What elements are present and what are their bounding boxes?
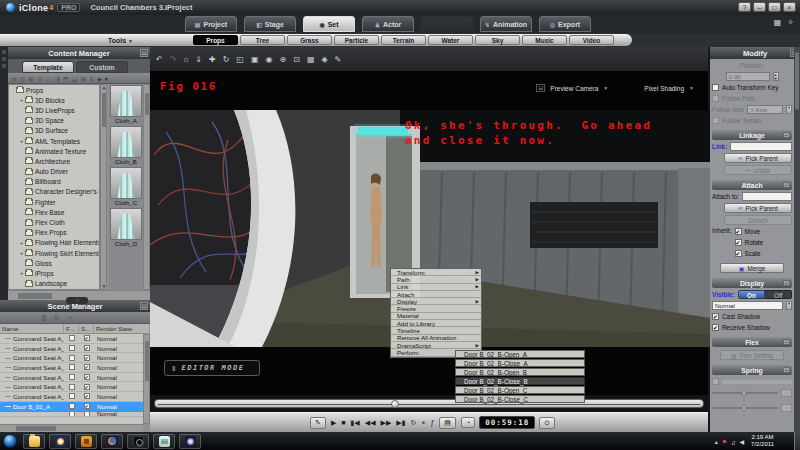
- brush-icon[interactable]: ✎: [335, 55, 342, 64]
- filter-icon[interactable]: ▤: [11, 75, 17, 82]
- tree-item[interactable]: 3D Surface: [9, 126, 99, 136]
- expand-icon[interactable]: +: [18, 270, 25, 276]
- taskbar-explorer[interactable]: [23, 434, 45, 449]
- thumbnail-cloth-d[interactable]: Cloth_D: [109, 208, 143, 248]
- refresh-icon[interactable]: ▣: [80, 75, 86, 82]
- merge-button[interactable]: ▣ Merge: [720, 263, 784, 273]
- view-icon[interactable]: ◫: [46, 75, 52, 82]
- subtab-sky[interactable]: Sky: [475, 35, 520, 45]
- tree-item[interactable]: Auto Driver: [9, 167, 99, 177]
- show-checkbox[interactable]: ✔: [84, 393, 90, 399]
- tab-project[interactable]: ▤ Project: [185, 16, 237, 32]
- auto-transform-checkbox[interactable]: [712, 84, 719, 91]
- group-icon[interactable]: ≡: [68, 314, 72, 321]
- down-icon[interactable]: ⬓: [72, 75, 78, 82]
- tree-item-props[interactable]: Props: [9, 85, 99, 95]
- thumbnail-cloth-c[interactable]: Cloth_C: [109, 167, 143, 207]
- subtab-props[interactable]: Props: [193, 35, 238, 45]
- show-checkbox[interactable]: ✔: [84, 335, 90, 341]
- sort-order-icon[interactable]: ⇅: [54, 314, 60, 322]
- editor-mode-button[interactable]: ‖ EDITOR MODE: [164, 360, 260, 376]
- tab-ghost[interactable]: [421, 16, 473, 32]
- tree-item[interactable]: + iProps: [9, 268, 99, 278]
- tree-item[interactable]: + AML Templates: [9, 136, 99, 146]
- restore-button[interactable]: □: [768, 2, 781, 12]
- import-icon[interactable]: ⇩: [89, 75, 94, 82]
- submenu-item-highlighted[interactable]: Door B_02_B-Close_B: [455, 377, 585, 385]
- collapse-panel-icon[interactable]: ⊡: [140, 302, 148, 310]
- asset-thumbnail[interactable]: [110, 167, 142, 199]
- attach-to-input[interactable]: [742, 192, 792, 201]
- freeze-checkbox[interactable]: [69, 384, 75, 390]
- subtab-water[interactable]: Water: [428, 35, 473, 45]
- viewport-3d-scene[interactable]: Ok, she's through. Go aheadand close it …: [150, 110, 710, 347]
- taskbar-clock[interactable]: 2:19 AM 7/2/2011: [751, 434, 774, 448]
- move-icon[interactable]: ✚: [209, 55, 216, 64]
- grid-icon[interactable]: ▦: [28, 75, 34, 82]
- freeze-checkbox[interactable]: [69, 345, 75, 351]
- close-button[interactable]: ×: [783, 2, 796, 12]
- timeline-slider[interactable]: [154, 399, 704, 408]
- attach-section-header[interactable]: Attach−: [712, 180, 792, 190]
- linkage-section-header[interactable]: Linkage−: [712, 130, 792, 140]
- start-button[interactable]: [3, 434, 17, 448]
- tab-animation[interactable]: ↯ Animation: [480, 16, 532, 32]
- taskbar-image-app[interactable]: [75, 434, 97, 449]
- thumbnail-cloth-b[interactable]: Cloth_B: [109, 126, 143, 166]
- frame-all-icon[interactable]: ▦: [307, 55, 315, 64]
- thumbnail-cloth-a[interactable]: Cloth_A: [109, 85, 143, 125]
- submenu-item[interactable]: Door B_02_B-Close_C: [455, 395, 585, 403]
- curve-button[interactable]: ƒ: [430, 419, 434, 426]
- scene-row[interactable]: Command Seat A_... ✔ Normal: [0, 392, 143, 402]
- save-button[interactable]: ▤: [439, 417, 456, 429]
- subtab-music[interactable]: Music: [522, 35, 567, 45]
- redo-icon[interactable]: ↷: [170, 55, 177, 64]
- expand-icon[interactable]: +: [18, 250, 25, 256]
- subtab-particle[interactable]: Particle: [334, 35, 379, 45]
- expand-icon[interactable]: +: [18, 240, 25, 246]
- scene-row[interactable]: Command Seat A_... ✔ Normal: [0, 334, 143, 344]
- camera-orbit-icon[interactable]: ◉: [265, 55, 272, 64]
- expand-icon[interactable]: +: [18, 138, 25, 144]
- tree-item[interactable]: 3D LiveProps: [9, 105, 99, 115]
- freeze-checkbox[interactable]: [69, 364, 75, 370]
- stop-button[interactable]: ■: [341, 419, 345, 426]
- tree-item[interactable]: + Flowing Hair Elements Vo: [9, 238, 99, 248]
- visible-on-button[interactable]: On: [738, 290, 766, 299]
- freeze-checkbox[interactable]: [69, 393, 75, 399]
- scene-row[interactable]: Normal: [0, 412, 143, 417]
- mark-button[interactable]: ⌖: [421, 419, 425, 427]
- first-frame-button[interactable]: ▮◀: [351, 419, 360, 427]
- show-desktop-button[interactable]: [794, 432, 800, 450]
- scene-row[interactable]: Command Seat A_... ✔ Normal: [0, 344, 143, 354]
- taskbar-firefox[interactable]: [101, 434, 123, 449]
- tree-item[interactable]: + Flowing Skirt Elements Vo: [9, 248, 99, 258]
- show-checkbox[interactable]: ✔: [84, 384, 90, 390]
- visible-off-button[interactable]: Off: [765, 290, 792, 299]
- tab-actor[interactable]: ♟ Actor: [362, 16, 414, 32]
- camera-icon[interactable]: ▦: [774, 18, 782, 27]
- tag-icon[interactable]: ◨: [54, 75, 60, 82]
- content-manager-header[interactable]: Content Manager ⊡: [8, 47, 150, 59]
- display-section-header[interactable]: Display−: [712, 278, 792, 288]
- show-checkbox[interactable]: ✔: [84, 364, 90, 370]
- submenu-item[interactable]: Door B_02_B-Open_C: [455, 386, 585, 394]
- show-checkbox[interactable]: ✔: [84, 374, 90, 380]
- camera-zoom-icon[interactable]: ⊡: [293, 55, 300, 64]
- tree-item[interactable]: Flex Cloth: [9, 217, 99, 227]
- timeline-slider-handle[interactable]: [391, 400, 399, 408]
- link-input[interactable]: [730, 142, 792, 151]
- show-checkbox[interactable]: [84, 412, 90, 417]
- camera-dropdown[interactable]: Preview Camera: [550, 85, 598, 92]
- check-icon[interactable]: ✔: [735, 250, 742, 257]
- last-frame-button[interactable]: ▶▮: [396, 419, 405, 427]
- pick-parent-button[interactable]: ∞ Pick Parent: [724, 153, 792, 163]
- sort-icon[interactable]: ▧: [37, 75, 43, 82]
- modify-header[interactable]: Modify ≡: [710, 47, 800, 59]
- action-center-icon[interactable]: ⚑: [722, 438, 727, 445]
- shading-dropdown[interactable]: Pixel Shading: [644, 85, 684, 92]
- prev-frame-button[interactable]: ◀◀: [365, 419, 376, 427]
- position-input[interactable]: 0.00: [726, 72, 770, 81]
- cast-shadow-checkbox[interactable]: ✔: [712, 313, 719, 320]
- submenu-item[interactable]: Door B_02_B-Open_B: [455, 368, 585, 376]
